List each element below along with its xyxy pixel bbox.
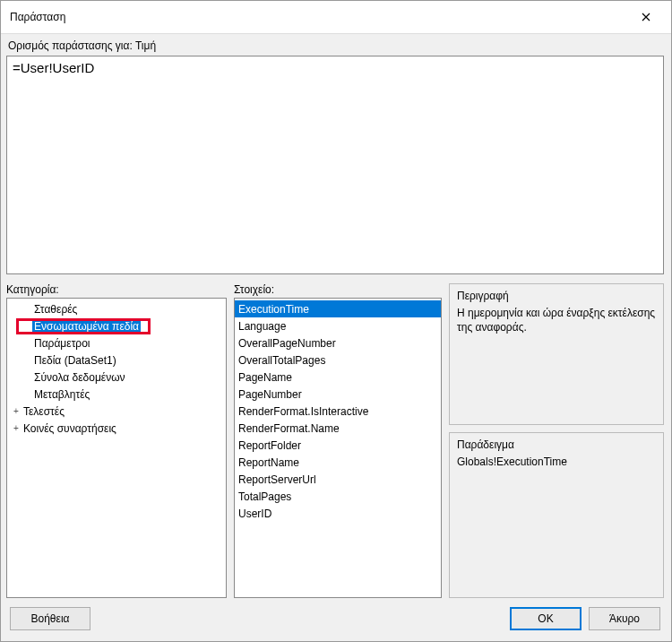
ok-button[interactable]: OK (510, 607, 582, 630)
close-icon (642, 13, 650, 22)
list-item[interactable]: RenderFormat.Name (235, 420, 441, 437)
list-item[interactable]: RenderFormat.IsInteractive (235, 403, 441, 420)
category-item-label: Ενσωματωμένα πεδία (32, 320, 141, 333)
example-text: Globals!ExecutionTime (457, 455, 656, 471)
list-item[interactable]: Language (235, 317, 441, 334)
category-item[interactable]: Παράμετροι (7, 334, 226, 351)
category-item-label: Κοινές συναρτήσεις (22, 422, 116, 435)
description-text: Η ημερομηνία και ώρα έναρξης εκτέλεσης τ… (457, 306, 656, 334)
item-list[interactable]: ExecutionTimeLanguageOverallPageNumberOv… (234, 298, 442, 598)
list-item[interactable]: OverallPageNumber (235, 334, 441, 351)
item-label: Στοιχείο: (234, 283, 442, 298)
category-item-label: Πεδία (DataSet1) (32, 354, 116, 367)
category-item[interactable]: Σταθερές (7, 300, 226, 317)
list-item[interactable]: OverallTotalPages (235, 351, 441, 369)
category-label: Κατηγορία: (6, 283, 227, 298)
right-column: Περιγραφή Η ημερομηνία και ώρα έναρξης ε… (449, 283, 664, 598)
item-column: Στοιχείο: ExecutionTimeLanguageOverallPa… (234, 283, 442, 598)
category-item-label: Μεταβλητές (32, 388, 90, 401)
list-item[interactable]: UserID (235, 505, 441, 522)
cancel-button[interactable]: Άκυρο (589, 607, 660, 630)
list-item[interactable]: ReportServerUrl (235, 471, 441, 488)
category-item[interactable]: +Τελεστές (7, 403, 226, 420)
help-button[interactable]: Βοήθεια (10, 607, 90, 630)
list-item[interactable]: PageName (235, 369, 441, 386)
close-button[interactable] (630, 6, 662, 28)
expression-input[interactable] (6, 56, 664, 274)
lower-panels: Κατηγορία: ΣταθερέςΕνσωματωμένα πεδίαΠαρ… (6, 283, 664, 598)
category-item-label: Παράμετροι (32, 337, 90, 350)
list-item[interactable]: ReportName (235, 454, 441, 471)
example-section: Παράδειγμα Globals!ExecutionTime (449, 432, 664, 598)
example-heading: Παράδειγμα (457, 438, 656, 451)
category-item-label: Σύνολα δεδομένων (32, 371, 125, 384)
category-item-label: Σταθερές (32, 303, 77, 316)
category-item-label: Τελεστές (22, 405, 65, 418)
list-item[interactable]: PageNumber (235, 386, 441, 403)
description-section: Περιγραφή Η ημερομηνία και ώρα έναρξης ε… (449, 283, 664, 425)
list-item[interactable]: ExecutionTime (235, 300, 441, 317)
expand-icon[interactable]: + (11, 423, 22, 433)
category-column: Κατηγορία: ΣταθερέςΕνσωματωμένα πεδίαΠαρ… (6, 283, 227, 598)
category-item[interactable]: Σύνολα δεδομένων (7, 369, 226, 386)
button-row: Βοήθεια OK Άκυρο (6, 598, 664, 641)
expand-icon[interactable]: + (11, 406, 22, 416)
category-item[interactable]: +Κοινές συναρτήσεις (7, 420, 226, 437)
set-expression-for-label: Ορισμός παράστασης για: Τιμή (6, 38, 664, 56)
dialog-content: Ορισμός παράστασης για: Τιμή Κατηγορία: … (1, 33, 671, 641)
dialog-title: Παράσταση (10, 11, 65, 23)
category-item[interactable]: Πεδία (DataSet1) (7, 351, 226, 369)
titlebar: Παράσταση (1, 1, 671, 33)
category-item[interactable]: Μεταβλητές (7, 386, 226, 403)
list-item[interactable]: TotalPages (235, 488, 441, 505)
list-item[interactable]: ReportFolder (235, 437, 441, 454)
expression-dialog: Παράσταση Ορισμός παράστασης για: Τιμή Κ… (0, 0, 672, 642)
category-tree[interactable]: ΣταθερέςΕνσωματωμένα πεδίαΠαράμετροιΠεδί… (6, 298, 227, 598)
description-heading: Περιγραφή (457, 290, 656, 302)
category-item[interactable]: Ενσωματωμένα πεδία (7, 317, 226, 334)
